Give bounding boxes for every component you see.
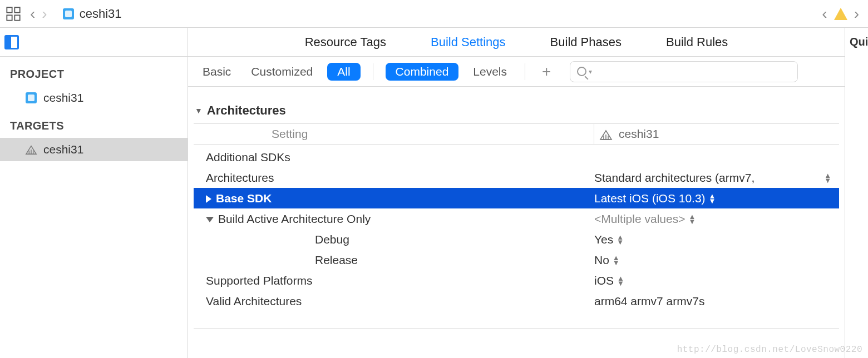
- project-section-label: PROJECT: [0, 64, 188, 86]
- setting-value[interactable]: arm64 armv7 armv7s: [594, 295, 839, 308]
- value-text: Standard architectures (armv7,: [594, 171, 754, 185]
- row-base-sdk[interactable]: Base SDK Latest iOS (iOS 10.3) ▲▼: [194, 188, 839, 208]
- column-target-name: ceshi31: [619, 127, 659, 141]
- stepper-icon: ▲▼: [688, 214, 696, 224]
- stepper-icon: ▲▼: [709, 193, 716, 203]
- disclosure-triangle-icon[interactable]: ▼: [195, 106, 203, 115]
- sidebar-project-name: ceshi31: [43, 91, 83, 105]
- setting-name: Valid Architectures: [194, 295, 594, 308]
- left-panel-icon[interactable]: [4, 35, 19, 49]
- value-text: iOS: [594, 274, 614, 287]
- editor-main: Resource Tags Build Settings Build Phase…: [188, 28, 845, 358]
- value-text: <Multiple values>: [594, 212, 685, 226]
- sidebar-project-item[interactable]: ceshi31: [0, 86, 188, 110]
- value-text: Yes: [594, 233, 613, 246]
- filter-customized[interactable]: Customized: [245, 63, 318, 81]
- column-target: ceshi31: [594, 124, 839, 144]
- tab-resource-tags[interactable]: Resource Tags: [305, 35, 386, 49]
- divider: [194, 328, 839, 329]
- svg-rect-7: [28, 95, 34, 101]
- section-title: Architectures: [207, 103, 286, 118]
- row-additional-sdks[interactable]: Additional SDKs: [194, 147, 839, 167]
- row-supported-platforms[interactable]: Supported Platforms iOS ▲▼: [194, 270, 839, 291]
- value-text: No: [594, 253, 609, 267]
- sidebar-header: [0, 28, 188, 57]
- column-headers: Setting ceshi31: [194, 123, 839, 145]
- label: Base SDK: [216, 192, 272, 205]
- setting-value[interactable]: Standard architectures (armv7, ▲▼: [594, 171, 839, 185]
- svg-rect-5: [65, 11, 72, 17]
- right-panel-label: Qui: [850, 36, 868, 48]
- value-text: arm64 armv7 armv7s: [594, 295, 704, 308]
- targets-section-label: TARGETS: [0, 110, 188, 138]
- filter-basic[interactable]: Basic: [197, 63, 236, 81]
- chevron-down-icon[interactable]: ▾: [589, 68, 592, 76]
- setting-value[interactable]: No ▲▼: [594, 253, 839, 267]
- filter-levels[interactable]: Levels: [467, 63, 512, 81]
- add-setting-button[interactable]: +: [537, 63, 555, 81]
- setting-value[interactable]: iOS ▲▼: [594, 274, 839, 287]
- back-button[interactable]: ‹: [27, 5, 38, 23]
- project-navigator: PROJECT ceshi31 TARGETS ceshi31: [0, 28, 188, 358]
- editor-tabs: Resource Tags Build Settings Build Phase…: [188, 28, 845, 57]
- svg-rect-1: [14, 7, 19, 12]
- breadcrumb-title: ceshi31: [80, 7, 122, 21]
- setting-name: Supported Platforms: [194, 274, 594, 287]
- tab-build-phases[interactable]: Build Phases: [550, 35, 622, 49]
- right-panel-strip: Qui: [845, 28, 868, 358]
- svg-rect-0: [7, 7, 12, 12]
- section-architectures[interactable]: ▼ Architectures: [194, 100, 839, 123]
- target-icon: [24, 143, 38, 156]
- stepper-icon: ▲▼: [824, 173, 831, 183]
- column-setting: Setting: [194, 124, 594, 144]
- warning-icon[interactable]: [834, 8, 847, 20]
- setting-name: Architectures: [194, 171, 594, 185]
- label: Build Active Architecture Only: [218, 212, 371, 225]
- project-icon: [62, 7, 75, 21]
- settings-table: Additional SDKs Architectures Standard a…: [194, 147, 839, 311]
- watermark: http://blog.csdn.net/LoveSnow0220: [677, 345, 862, 355]
- separator: [525, 63, 525, 80]
- related-items-icon[interactable]: [6, 6, 21, 22]
- expand-triangle-icon[interactable]: [206, 195, 211, 203]
- sidebar-target-item[interactable]: ceshi31: [0, 138, 188, 161]
- setting-value[interactable]: <Multiple values> ▲▼: [594, 212, 839, 226]
- setting-name: Build Active Architecture Only: [194, 212, 594, 226]
- setting-value[interactable]: Latest iOS (iOS 10.3) ▲▼: [594, 192, 839, 205]
- next-issue-button[interactable]: ›: [851, 5, 862, 23]
- row-release[interactable]: Release No ▲▼: [194, 250, 839, 270]
- value-text: Latest iOS (iOS 10.3): [594, 192, 706, 205]
- row-debug[interactable]: Debug Yes ▲▼: [194, 229, 839, 250]
- target-icon: [599, 127, 613, 141]
- top-toolbar: ‹ › ceshi31 ‹ ›: [0, 0, 868, 28]
- setting-name: Base SDK: [194, 192, 594, 205]
- tab-build-rules[interactable]: Build Rules: [666, 35, 728, 49]
- svg-rect-2: [7, 15, 12, 20]
- breadcrumb[interactable]: ceshi31: [62, 7, 122, 21]
- search-icon: [577, 67, 586, 76]
- settings-area: ▼ Architectures Setting ceshi31: [188, 87, 845, 358]
- forward-button[interactable]: ›: [38, 5, 50, 23]
- expand-triangle-icon[interactable]: [206, 217, 214, 222]
- project-icon: [24, 91, 38, 105]
- filter-bar: Basic Customized All Combined Levels + ▾: [188, 57, 845, 87]
- search-field[interactable]: ▾: [570, 61, 798, 82]
- separator: [373, 63, 373, 80]
- setting-value[interactable]: Yes ▲▼: [594, 233, 839, 246]
- filter-all[interactable]: All: [327, 63, 360, 81]
- row-build-active-arch[interactable]: Build Active Architecture Only <Multiple…: [194, 208, 839, 229]
- prev-issue-button[interactable]: ‹: [818, 5, 830, 23]
- tab-build-settings[interactable]: Build Settings: [431, 35, 506, 49]
- stepper-icon: ▲▼: [617, 235, 624, 245]
- stepper-icon: ▲▼: [617, 276, 624, 286]
- filter-combined[interactable]: Combined: [386, 63, 459, 81]
- sidebar-target-name: ceshi31: [43, 143, 83, 156]
- svg-rect-3: [14, 15, 19, 20]
- setting-name: Additional SDKs: [194, 151, 594, 164]
- setting-name: Release: [194, 253, 594, 267]
- search-input[interactable]: [598, 66, 791, 77]
- row-architectures[interactable]: Architectures Standard architectures (ar…: [194, 167, 839, 188]
- setting-name: Debug: [194, 233, 594, 246]
- stepper-icon: ▲▼: [613, 255, 620, 265]
- row-valid-architectures[interactable]: Valid Architectures arm64 armv7 armv7s: [194, 291, 839, 311]
